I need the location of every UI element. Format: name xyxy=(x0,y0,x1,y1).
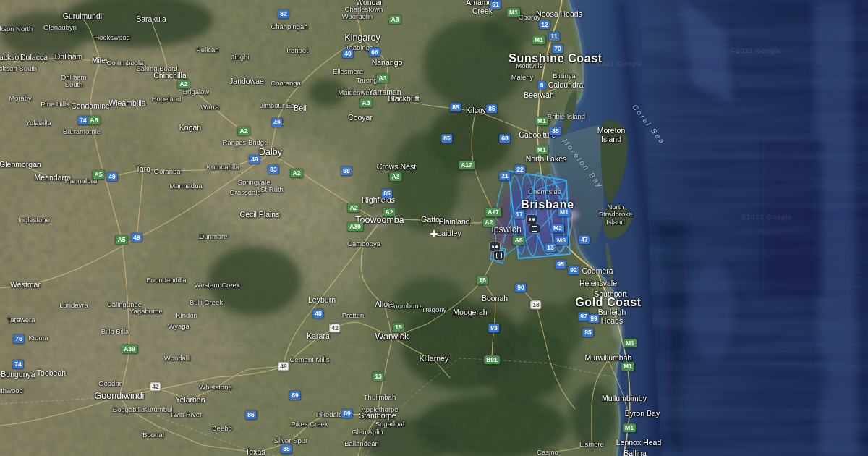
place-label: Mullumbimby xyxy=(602,394,647,403)
imagery-marker[interactable] xyxy=(527,215,537,224)
place-label: Coomera xyxy=(582,267,613,276)
place-label: Beebo xyxy=(212,425,231,432)
place-label: Wieambilla xyxy=(109,99,145,108)
place-label: Ballandean xyxy=(344,440,379,447)
place-label: Condamine xyxy=(71,102,110,111)
route-shield: 17 xyxy=(514,210,524,219)
place-label: Dalby xyxy=(259,148,282,158)
place-label: Tregony xyxy=(422,306,447,313)
imagery-marker[interactable] xyxy=(429,229,439,238)
place-label: Dunmore xyxy=(199,233,227,240)
route-shield: M6 xyxy=(555,236,568,245)
place-label: Cooroy xyxy=(519,14,541,21)
route-shield: 13 xyxy=(373,372,383,381)
route-shield: M1 xyxy=(558,208,571,216)
route-shield: 74 xyxy=(12,360,23,368)
place-label: Pratten xyxy=(342,312,365,319)
place-label: Warra xyxy=(200,104,219,111)
place-label: Marmadua xyxy=(169,182,202,190)
route-shield: A5 xyxy=(93,170,105,179)
route-shield: 86 xyxy=(245,410,256,419)
attribution-watermark: ©2023 Google xyxy=(741,214,792,221)
place-label: Lundavra xyxy=(59,302,88,309)
place-label: Cooyar xyxy=(348,114,373,122)
place-label: Yulabilla xyxy=(25,119,51,127)
place-label: Cement Mills xyxy=(290,356,330,363)
place-label: Laidley xyxy=(437,229,461,238)
place-label: Killarney xyxy=(420,355,448,363)
route-shield: M1 xyxy=(535,117,548,125)
place-label: Chahpingah xyxy=(271,23,307,30)
place-label: Goondiwindi xyxy=(95,392,145,402)
place-label: Helensvale xyxy=(579,279,617,288)
route-shield: 85 xyxy=(486,104,497,113)
route-shield: 85 xyxy=(441,134,452,143)
place-label: Cecil Plains xyxy=(240,211,280,219)
attribution-watermark: ©2023 Google xyxy=(592,60,642,67)
route-shield: M1 xyxy=(535,145,548,154)
route-shield: A17 xyxy=(485,208,501,216)
route-shield: M1 xyxy=(621,362,634,371)
route-shield: 48 xyxy=(312,309,323,318)
route-shield: A2 xyxy=(291,169,303,177)
place-label: Chermside xyxy=(528,188,561,195)
place-label: Highfields xyxy=(362,196,395,205)
route-shield: 82 xyxy=(278,9,289,18)
place-label: Maidenwell xyxy=(338,89,373,96)
water-label: Moreton Bay xyxy=(561,137,605,190)
place-label: Wyaga xyxy=(168,323,189,330)
route-shield: 83 xyxy=(268,165,278,174)
place-label: Burleigh Heads xyxy=(598,308,626,325)
route-shield: 66 xyxy=(369,48,380,56)
place-label: St Ruth xyxy=(260,186,284,193)
route-shield: 11 xyxy=(549,32,560,41)
place-label: Cooranga xyxy=(271,80,301,87)
route-shield: A39 xyxy=(347,222,363,231)
route-shield: 85 xyxy=(281,444,292,453)
place-label: Bungunya xyxy=(1,371,35,379)
route-shield: 15 xyxy=(393,323,404,332)
place-label: Maleny xyxy=(511,74,534,81)
route-shield: 95 xyxy=(582,328,593,337)
map-viewport[interactable]: GurulmundiGlenaubynBarakulaHookswoodJack… xyxy=(0,0,868,456)
place-label: Goodar xyxy=(98,380,122,387)
route-shield: 12 xyxy=(539,20,550,29)
place-label: Drillham South xyxy=(61,74,87,89)
place-label: Wooroolin xyxy=(342,13,373,20)
place-label: Ironpot xyxy=(286,47,308,54)
place-label: Glen Aplin xyxy=(352,428,383,436)
place-label: Goranba xyxy=(154,168,181,175)
place-label: Nanango xyxy=(372,59,403,67)
place-label: Goomburra xyxy=(388,303,423,310)
place-label: Grassdale xyxy=(229,189,260,196)
imagery-marker[interactable] xyxy=(529,224,540,233)
place-label: Yagaburne xyxy=(129,308,163,315)
place-label: Kingaroy xyxy=(344,33,380,43)
place-label: Plainland xyxy=(438,218,469,227)
place-label: Drillham xyxy=(55,53,83,62)
route-shield: A5 xyxy=(513,236,525,245)
place-label: Gurulmundi xyxy=(63,12,102,21)
place-label: Twin River xyxy=(170,411,202,418)
route-shield: A2 xyxy=(348,203,360,212)
route-shield: 49 xyxy=(249,155,260,164)
water-label: Coral Sea xyxy=(631,103,667,146)
place-label: Jackson North xyxy=(0,25,33,33)
route-shield: A39 xyxy=(122,345,137,353)
place-label: Murwillumbah xyxy=(585,354,632,363)
route-shield: M1 xyxy=(624,339,637,347)
place-label: Hopeland xyxy=(152,96,182,103)
route-shield: A2 xyxy=(483,218,495,227)
imagery-marker[interactable] xyxy=(490,242,500,251)
place-label: Pikes Creek xyxy=(291,421,328,428)
place-label: Jinghi xyxy=(231,54,250,61)
place-label: Jackson South xyxy=(0,65,37,72)
place-label: Ipswich xyxy=(491,225,522,235)
route-shield: A2 xyxy=(178,80,190,88)
place-label: Dulacca xyxy=(20,54,48,62)
place-label: Bribie Island xyxy=(548,113,585,120)
place-label: Texas xyxy=(245,448,265,456)
place-label: Toobeah xyxy=(37,369,66,378)
route-shield: 15 xyxy=(477,276,488,284)
imagery-marker[interactable] xyxy=(494,251,504,260)
